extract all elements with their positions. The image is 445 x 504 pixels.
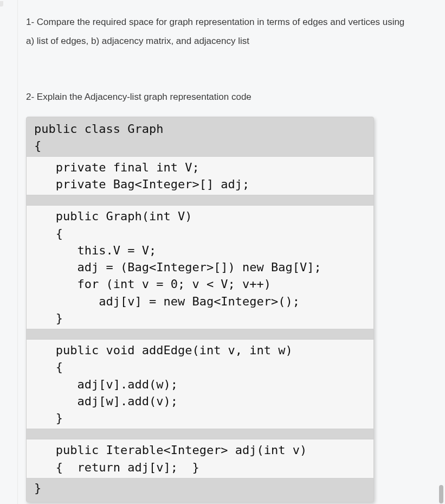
code-line-class-decl: public class Graph <box>34 120 366 137</box>
code-line-addedge-l2: adj[w].add(v); <box>34 393 366 410</box>
code-line-ctor-close: } <box>34 310 366 327</box>
code-body-adj: public Iterable<Integer> adj(int v) { re… <box>27 439 373 478</box>
left-margin-rule <box>17 0 18 504</box>
question-2-prompt: 2- Explain the Adjacency-list graph repr… <box>26 92 251 102</box>
code-separator-3 <box>27 429 373 439</box>
code-line-adj-sig: public Iterable<Integer> adj(int v) <box>34 442 366 458</box>
code-separator-1 <box>27 195 373 205</box>
code-body-ctor: public Graph(int V) { this.V = V; adj = … <box>27 205 373 329</box>
code-separator-2 <box>27 329 373 339</box>
code-line-close-brace: } <box>34 480 366 496</box>
question-1: 1- Compare the required space for graph … <box>26 13 435 51</box>
code-line-adj-body: { return adj[v]; } <box>34 459 366 476</box>
code-line-addedge-l1: adj[v].add(w); <box>34 376 366 393</box>
content-area: 1- Compare the required space for graph … <box>0 0 445 504</box>
code-header-band-1: public class Graph { <box>27 117 373 156</box>
code-body-fields: private final int V; private Bag<Integer… <box>27 156 373 195</box>
code-line-ctor-l2: adj = (Bag<Integer>[]) new Bag[V]; <box>34 259 366 276</box>
page: 1- Compare the required space for graph … <box>0 0 445 504</box>
question-1-line-2: a) list of edges, b) adjacency matrix, a… <box>26 36 249 46</box>
code-line-addedge-close: } <box>34 410 366 426</box>
code-line-ctor-l1: this.V = V; <box>34 242 366 259</box>
code-line-ctor-open: { <box>34 225 366 242</box>
scrollbar-thumb[interactable] <box>439 485 443 503</box>
code-line-field-v: private final int V; <box>34 159 366 176</box>
code-line-addedge-open: { <box>34 359 366 375</box>
question-1-line-1: 1- Compare the required space for graph … <box>26 17 404 27</box>
spacer <box>26 51 435 88</box>
code-line-ctor-l4: adj[v] = new Bag<Integer>(); <box>34 293 366 310</box>
code-footer-band: } <box>27 479 373 502</box>
scrollbar-track[interactable] <box>438 0 443 504</box>
page-corner-mark <box>0 1 3 7</box>
code-line-ctor-l3: for (int v = 0; v < V; v++) <box>34 276 366 292</box>
question-2: 2- Explain the Adjacency-list graph repr… <box>26 88 435 107</box>
code-body-addedge: public void addEdge(int v, int w) { adj[… <box>27 339 373 429</box>
code-card: public class Graph { private final int V… <box>26 117 374 502</box>
code-line-ctor-sig: public Graph(int V) <box>34 208 366 225</box>
code-line-open-brace: { <box>34 137 366 154</box>
code-line-addedge-sig: public void addEdge(int v, int w) <box>34 342 366 359</box>
code-line-field-adj: private Bag<Integer>[] adj; <box>34 176 366 193</box>
